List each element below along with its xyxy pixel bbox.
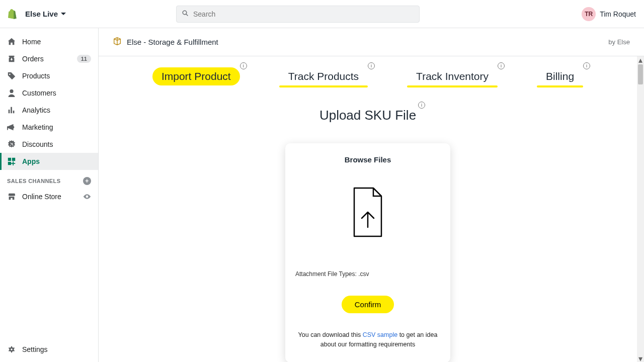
main: Else - Storage & Fulfillment by Else Imp… [99, 28, 644, 362]
file-upload-zone[interactable] [295, 178, 440, 248]
sidebar-item-orders[interactable]: Orders 11 [0, 50, 98, 67]
sidebar-item-label: Online Store [22, 193, 61, 201]
sidebar-item-label: Home [22, 38, 41, 46]
storefront-icon [7, 192, 16, 201]
search-wrap [176, 6, 420, 23]
allowed-filetypes: Attachment File Types: .csv [295, 270, 440, 278]
sidebar-item-products[interactable]: Products [0, 67, 98, 84]
sidebar-item-apps[interactable]: Apps [0, 153, 98, 170]
sidebar-item-label: Customers [22, 89, 56, 97]
tab-import-product[interactable]: Import Product i [152, 67, 240, 85]
sidebar-item-label: Products [22, 72, 50, 80]
sidebar-item-label: Analytics [22, 106, 50, 114]
home-icon [7, 37, 16, 46]
section-heading: Upload SKU File i [99, 108, 637, 123]
confirm-button[interactable]: Confirm [342, 296, 394, 313]
sidebar-item-label: Apps [22, 157, 40, 165]
upload-card: Browse Files Attachment File Types: .csv [285, 143, 450, 362]
scroll-down-icon[interactable]: ▾ [637, 355, 644, 362]
topbar: Else Live TR Tim Roquet [0, 0, 644, 28]
sidebar-item-discounts[interactable]: Discounts [0, 136, 98, 153]
sidebar-item-label: Discounts [22, 140, 53, 148]
svg-rect-0 [8, 158, 11, 161]
person-icon [7, 88, 16, 98]
search-input[interactable] [193, 10, 414, 18]
apps-icon [7, 157, 16, 166]
user-menu[interactable]: TR Tim Roquet [582, 7, 636, 21]
sidebar-item-label: Settings [22, 345, 48, 353]
sidebar-item-label: Orders [22, 55, 44, 63]
sidebar-item-settings[interactable]: Settings [0, 341, 98, 358]
tab-billing[interactable]: Billing i [537, 67, 583, 85]
info-icon[interactable]: i [498, 62, 505, 69]
user-name: Tim Roquet [600, 10, 636, 18]
info-icon[interactable]: i [240, 62, 247, 69]
package-icon [113, 37, 122, 47]
app-header: Else - Storage & Fulfillment by Else [99, 28, 644, 56]
csv-sample-link[interactable]: CSV sample [363, 331, 397, 338]
info-icon[interactable]: i [583, 62, 590, 69]
info-icon[interactable]: i [368, 62, 375, 69]
csv-hint: You can download this CSV sample to get … [295, 330, 440, 349]
view-store-icon[interactable] [83, 193, 91, 201]
store-switcher[interactable]: Else Live [25, 10, 66, 18]
caret-down-icon [61, 13, 66, 15]
sidebar-channel-online-store[interactable]: Online Store [0, 188, 98, 205]
info-icon[interactable]: i [418, 102, 425, 109]
sidebar-item-customers[interactable]: Customers [0, 84, 98, 102]
add-channel-button[interactable]: + [83, 177, 91, 185]
search-icon [182, 10, 189, 19]
sales-channels-header: SALES CHANNELS + [0, 170, 98, 188]
scroll-thumb[interactable] [638, 64, 643, 84]
analytics-icon [7, 106, 16, 115]
megaphone-icon [7, 123, 16, 132]
sidebar-item-analytics[interactable]: Analytics [0, 102, 98, 119]
sidebar: Home Orders 11 Products Customers Analyt… [0, 28, 99, 362]
orders-badge: 11 [77, 55, 91, 63]
discount-icon [7, 140, 16, 149]
scrollbar[interactable]: ▴ ▾ [637, 56, 644, 362]
tab-track-inventory[interactable]: Track Inventory i [407, 67, 498, 85]
brand: Else Live [8, 10, 66, 19]
sidebar-item-marketing[interactable]: Marketing [0, 119, 98, 136]
app-title: Else - Storage & Fulfillment [127, 38, 218, 46]
tabs: Import Product i Track Products i Track … [99, 67, 637, 85]
tag-icon [7, 71, 16, 80]
svg-rect-2 [8, 162, 11, 165]
file-upload-icon [350, 187, 385, 239]
sidebar-item-label: Marketing [22, 123, 53, 131]
tab-track-products[interactable]: Track Products i [279, 67, 368, 85]
search-bar[interactable] [176, 6, 420, 23]
card-title: Browse Files [295, 155, 440, 164]
app-author: by Else [608, 38, 630, 46]
store-name: Else Live [25, 10, 58, 18]
shopify-logo-icon [8, 10, 17, 19]
orders-icon [7, 54, 16, 63]
svg-rect-1 [12, 158, 15, 161]
workspace: Import Product i Track Products i Track … [99, 56, 644, 362]
scroll-up-icon[interactable]: ▴ [637, 56, 644, 63]
gear-icon [7, 345, 16, 354]
sidebar-item-home[interactable]: Home [0, 33, 98, 50]
avatar: TR [582, 7, 596, 21]
